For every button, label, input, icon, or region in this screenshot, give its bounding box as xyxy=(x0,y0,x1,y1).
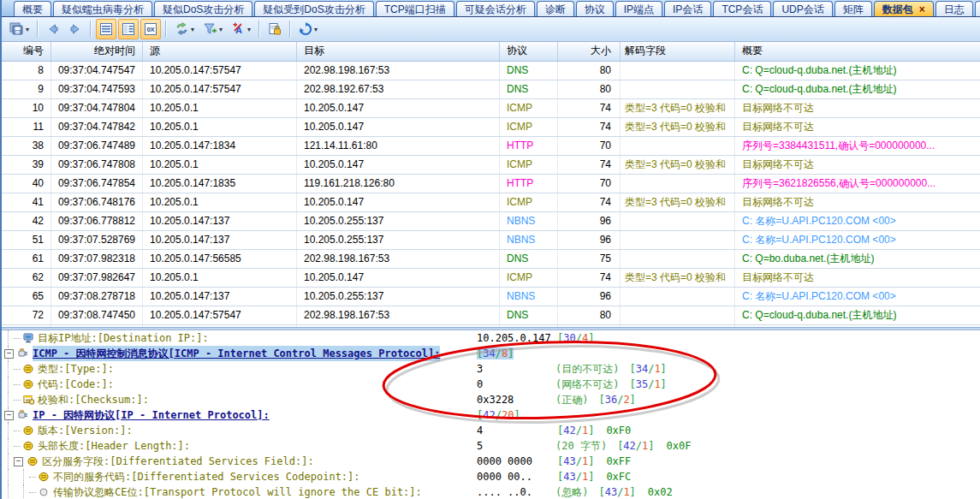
packet-row[interactable]: 6209:37:07.98264710.205.0.110.205.0.147I… xyxy=(2,269,980,288)
cell-decode: 类型=3 代码=0 校验和 xyxy=(621,156,735,174)
packet-row[interactable]: 4009:37:06.74785410.205.0.147:1835119.16… xyxy=(2,175,980,193)
close-tab-icon[interactable]: × xyxy=(919,5,925,14)
tree-connector xyxy=(14,369,21,370)
cell-dst: 202.98.198.167:53 xyxy=(297,306,500,324)
decode-field-row[interactable]: 版本:[Version:]:4[42/1]0xF0 xyxy=(2,423,980,438)
display-options-button[interactable]: ▾ xyxy=(171,19,198,39)
tab-udp-session[interactable]: UDP会话 xyxy=(773,1,832,16)
tree-connector xyxy=(14,431,21,431)
forward-button[interactable] xyxy=(65,19,86,39)
cell-src: 10.205.0.147:1835 xyxy=(143,175,297,193)
highlight-font-button[interactable]: A▾ xyxy=(228,19,254,39)
packet-row[interactable]: 4209:37:06.77881210.205.0.147:13710.205.… xyxy=(2,212,980,231)
collapse-toggle-icon[interactable]: − xyxy=(14,457,23,466)
packet-decode-tree: 目标IP地址:[Destination IP:]:10.205.0.147[30… xyxy=(2,330,980,499)
tab-protocol[interactable]: 协议 xyxy=(576,1,614,16)
field-value-area: 3(目的不可达)[34/1] xyxy=(477,361,667,377)
tab-overview[interactable]: 概要 xyxy=(14,1,51,16)
decode-field-row[interactable]: 传输协议忽略CE位:[Transport Protocol will ignor… xyxy=(2,484,980,499)
packet-row[interactable]: 4109:37:06.74817610.205.0.110.205.0.147I… xyxy=(2,193,980,212)
field-label: 区分服务字段:[Differentiated Services Field:]: xyxy=(42,454,314,469)
dropdown-caret-icon[interactable]: ▾ xyxy=(26,26,29,33)
tab-worm-virus-analysis[interactable]: 疑似蠕虫病毒分析 xyxy=(53,1,152,16)
filter-icon xyxy=(203,22,217,36)
export-button[interactable]: ▾ xyxy=(6,19,33,39)
column-header[interactable]: 解码字段 xyxy=(621,42,735,61)
tab-suspicious-session-analysis[interactable]: 可疑会话分析 xyxy=(456,1,535,16)
dropdown-caret-icon[interactable]: ▾ xyxy=(314,26,318,33)
offset-length-bracket: [42/1] xyxy=(557,425,594,437)
decode-protocol-row[interactable]: −ICMP - 因特网控制消息协议[ICMP - Internet Contro… xyxy=(2,346,980,361)
cell-proto: HTTP xyxy=(500,175,558,193)
column-header[interactable]: 绝对时间 xyxy=(51,42,143,61)
tab-dos-attack-analysis[interactable]: 疑似DoS攻击分析 xyxy=(154,1,252,16)
packet-row[interactable]: 3809:37:06.74748910.205.0.147:1834121.14… xyxy=(2,137,980,156)
dropdown-caret-icon[interactable]: ▾ xyxy=(219,26,223,33)
filter-button[interactable]: ▾ xyxy=(199,19,226,39)
hex-view-toggle[interactable]: 0X xyxy=(140,19,161,39)
font-color-icon: A xyxy=(231,22,246,36)
field-label: 传输协议忽略CE位:[Transport Protocol will ignor… xyxy=(53,484,422,499)
cell-summary: C: 名称=U.API.PC120.COM <00> xyxy=(735,288,980,306)
tab-ip-endpoint[interactable]: IP端点 xyxy=(615,1,662,16)
decode-field-row[interactable]: 不同的服务代码:[Differentiated Services Codepoi… xyxy=(2,469,980,484)
dropdown-caret-icon[interactable]: ▾ xyxy=(247,26,251,33)
cell-summary: C: Q=cloud-q.duba.net.(主机地址) xyxy=(735,62,980,80)
collapse-toggle-icon[interactable]: − xyxy=(4,349,14,359)
tab-label: 数据包 xyxy=(882,3,913,16)
tab-diagnosis[interactable]: 诊断 xyxy=(537,1,574,16)
decode-field-row[interactable]: 目标IP地址:[Destination IP:]:10.205.0.147[30… xyxy=(2,330,980,346)
cell-no: 8 xyxy=(2,62,51,80)
cell-decode xyxy=(621,231,735,249)
packet-row[interactable]: 3909:37:06.74780810.205.0.110.205.0.147I… xyxy=(2,156,980,175)
packet-row[interactable]: 809:37:04.74754710.205.0.147:57547202.98… xyxy=(2,62,980,80)
packet-row[interactable]: 7209:37:08.74745010.205.0.147:57547202.9… xyxy=(2,306,980,325)
field-detail-view-toggle[interactable] xyxy=(118,19,139,39)
column-header[interactable]: 概要 xyxy=(735,42,980,61)
packet-row[interactable]: 1109:37:04.74784210.205.0.110.205.0.147I… xyxy=(2,118,980,137)
tab-tcp-session[interactable]: TCP会话 xyxy=(713,1,771,16)
packet-row[interactable]: 5109:37:07.52876910.205.0.147:13710.205.… xyxy=(2,231,980,250)
column-header[interactable]: 源 xyxy=(143,42,297,61)
decode-field-row[interactable]: 头部长度:[Header Length:]:5(20 字节)[42/1]0x0F xyxy=(2,438,980,454)
refresh-button[interactable]: ▾ xyxy=(295,19,321,39)
column-header[interactable]: 协议 xyxy=(500,42,558,61)
tab-report[interactable]: 报表 xyxy=(975,1,980,16)
column-header[interactable]: 编号 xyxy=(2,42,51,61)
column-header[interactable]: 大小 xyxy=(558,42,621,61)
decode-field-row[interactable]: −区分服务字段:[Differentiated Services Field:]… xyxy=(2,454,980,469)
decode-field-row[interactable]: 类型:[Type:]:3(目的不可达)[34/1] xyxy=(2,361,980,377)
column-header[interactable]: 目标 xyxy=(297,42,500,61)
packet-row[interactable]: 6509:37:08.27871810.205.0.147:13710.205.… xyxy=(2,288,980,306)
packet-row[interactable]: 7309:37:08.74750010.205.0.147:57547202.9… xyxy=(2,325,980,327)
tree-connector xyxy=(29,477,36,478)
tab-ip-session[interactable]: IP会话 xyxy=(664,1,711,16)
back-button[interactable] xyxy=(43,19,63,39)
packet-list-view-toggle[interactable] xyxy=(96,19,116,39)
packet-row[interactable]: 6109:37:07.98231810.205.0.147:56585202.9… xyxy=(2,250,980,269)
cell-no: 51 xyxy=(2,231,51,249)
cell-decode xyxy=(621,62,735,80)
decode-field-row[interactable]: 校验和:[Checksum:]:0x3228(正确)[36/2] xyxy=(2,392,980,407)
lock-button[interactable] xyxy=(264,19,285,39)
cell-summary: C: Q=cloud-q.duba.net.(主机地址) xyxy=(735,80,980,98)
cell-no: 41 xyxy=(2,193,51,211)
cell-decode xyxy=(621,250,735,268)
packet-row[interactable]: 1009:37:04.74780410.205.0.110.205.0.147I… xyxy=(2,99,980,118)
dropdown-caret-icon[interactable]: ▾ xyxy=(191,26,194,33)
cell-src: 10.205.0.1 xyxy=(143,118,297,136)
tab-label: 疑似受到DoS攻击分析 xyxy=(263,3,365,16)
tab-log[interactable]: 日志 xyxy=(935,1,973,16)
cell-summary: C: Q=bo.duba.net.(主机地址) xyxy=(735,250,980,268)
cell-summary: C: Q=cloud-q.duba.net.(主机地址) xyxy=(735,306,980,324)
tab-matrix[interactable]: 矩阵 xyxy=(834,1,872,16)
cell-src: 10.205.0.147:57547 xyxy=(143,80,297,98)
tab-packet[interactable]: 数据包× xyxy=(874,1,934,16)
decode-protocol-row[interactable]: −IP - 因特网协议[IP - Internet Protocol]:[42/… xyxy=(2,407,980,423)
tab-dos-victim-analysis[interactable]: 疑似受到DoS攻击分析 xyxy=(254,1,373,16)
field-value-area: [34/8] xyxy=(477,346,514,361)
collapse-toggle-icon[interactable]: − xyxy=(4,411,14,420)
tab-tcp-port-scan[interactable]: TCP端口扫描 xyxy=(376,1,454,16)
packet-row[interactable]: 909:37:04.74759310.205.0.147:57547202.98… xyxy=(2,80,980,99)
decode-field-row[interactable]: 代码:[Code:]:0(网络不可达)[35/1] xyxy=(2,377,980,392)
